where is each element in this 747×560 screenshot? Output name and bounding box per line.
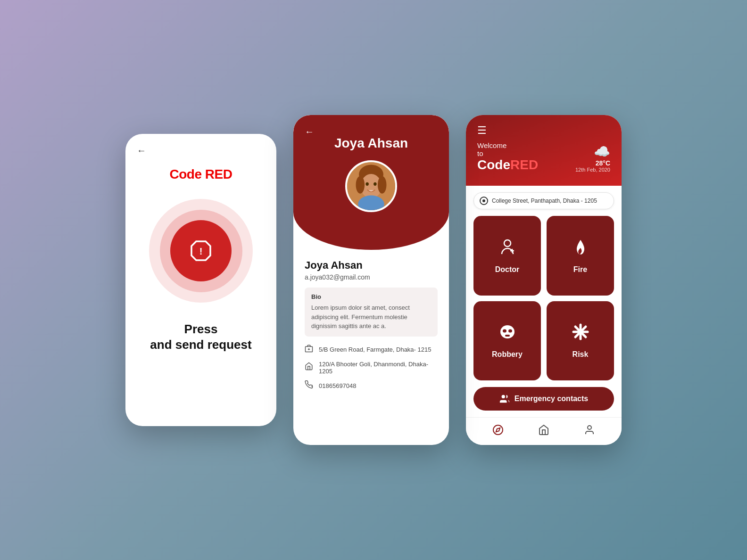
bio-label: Bio (311, 293, 431, 300)
avatar (345, 160, 397, 212)
sos-button[interactable]: ! (149, 199, 253, 303)
screen-2: ← Joya Ahsan (293, 115, 449, 445)
office-icon (305, 344, 313, 355)
risk-card[interactable]: Risk (547, 301, 614, 381)
phone-item: 01865697048 (305, 380, 438, 391)
profile-header: ← Joya Ahsan (293, 115, 449, 250)
svg-point-6 (378, 176, 387, 194)
address2-text: 120/A Bhooter Goli, Dhanmondi, Dhaka- 12… (319, 361, 438, 375)
robbery-card[interactable]: Robbery (473, 301, 541, 381)
back-button-1[interactable]: ← (137, 145, 146, 156)
bio-box: Bio Lorem ipsum dolor sit amet, consect … (305, 288, 438, 337)
nav-user-icon[interactable] (584, 424, 595, 438)
back-button-2[interactable]: ← (305, 126, 314, 137)
header-name: Joya Ahsan (334, 136, 408, 151)
weather-icon: ☁️ (575, 144, 610, 159)
code-red-title: Code RED (477, 157, 538, 173)
avatar-image (347, 160, 395, 212)
doctor-icon (498, 238, 517, 261)
bottom-nav (466, 417, 622, 445)
location-bar: College Street, Panthapath, Dhaka - 1205 (473, 192, 614, 209)
svg-point-27 (588, 426, 591, 429)
weather-widget: ☁️ 28°C 12th Feb, 2020 (575, 144, 610, 173)
menu-icon[interactable]: ☰ (477, 124, 610, 137)
svg-point-9 (358, 195, 384, 212)
header-row: Welcome to Code RED ☁️ 28°C 12th Feb, 20… (477, 141, 610, 173)
svg-point-24 (501, 395, 505, 398)
svg-point-18 (508, 329, 512, 333)
svg-point-5 (356, 176, 365, 194)
svg-point-7 (365, 182, 368, 186)
svg-marker-26 (496, 428, 500, 432)
sos-alert-icon: ! (189, 239, 213, 263)
location-text: College Street, Panthapath, Dhaka - 1205 (492, 198, 597, 204)
press-send-text: Pressand send request (150, 321, 251, 352)
home-icon (305, 362, 313, 373)
doctor-card[interactable]: Doctor (473, 216, 541, 296)
svg-text:!: ! (199, 246, 203, 256)
svg-point-17 (503, 329, 506, 333)
robbery-icon (498, 322, 517, 346)
service-grid: Doctor Fire (473, 216, 614, 380)
doctor-label: Doctor (495, 265, 520, 274)
sos-ring-inner: ! (170, 220, 232, 281)
robbery-label: Robbery (492, 350, 523, 359)
phone-text: 01865697048 (319, 382, 357, 389)
profile-body: Joya Ahsan a.joya032@gmail.com Bio Lorem… (293, 250, 449, 445)
screen-1: ← Code RED ! Pressand send request (125, 134, 276, 426)
emergency-contacts-button[interactable]: Emergency contacts (473, 387, 614, 411)
screens-container: ← Code RED ! Pressand send request ← Joy… (125, 115, 622, 445)
location-icon (480, 197, 488, 205)
fire-icon (571, 238, 590, 261)
svg-point-25 (493, 425, 503, 435)
profile-email: a.joya032@gmail.com (305, 273, 438, 281)
bio-text: Lorem ipsum dolor sit amet, consect adip… (311, 303, 431, 331)
svg-rect-19 (505, 335, 510, 337)
address1-text: 5/B Green Road, Farmgate, Dhaka- 1215 (319, 346, 431, 353)
dashboard-header: ☰ Welcome to Code RED ☁️ 28°C 12th Feb, … (466, 115, 622, 186)
nav-compass-icon[interactable] (492, 424, 504, 438)
phone-icon (305, 380, 313, 391)
fire-card[interactable]: Fire (547, 216, 614, 296)
weather-temp: 28°C (575, 159, 610, 167)
dashboard-body: College Street, Panthapath, Dhaka - 1205… (466, 186, 622, 417)
emergency-contacts-icon (499, 394, 510, 404)
nav-home-icon[interactable] (538, 424, 549, 438)
profile-name: Joya Ahsan (305, 259, 438, 272)
screen-3: ☰ Welcome to Code RED ☁️ 28°C 12th Feb, … (466, 115, 622, 445)
weather-date: 12th Feb, 2020 (575, 167, 610, 173)
svg-point-8 (374, 182, 376, 186)
svg-point-13 (504, 240, 511, 247)
info-list: 5/B Green Road, Farmgate, Dhaka- 1215 12… (305, 344, 438, 391)
fire-label: Fire (573, 265, 587, 274)
address2-item: 120/A Bhooter Goli, Dhanmondi, Dhaka- 12… (305, 361, 438, 375)
address1-item: 5/B Green Road, Farmgate, Dhaka- 1215 (305, 344, 438, 355)
screen-1-title: Code RED (170, 167, 232, 182)
welcome-text: Welcome to Code RED (477, 141, 538, 173)
risk-icon (571, 322, 590, 346)
risk-label: Risk (573, 350, 589, 359)
